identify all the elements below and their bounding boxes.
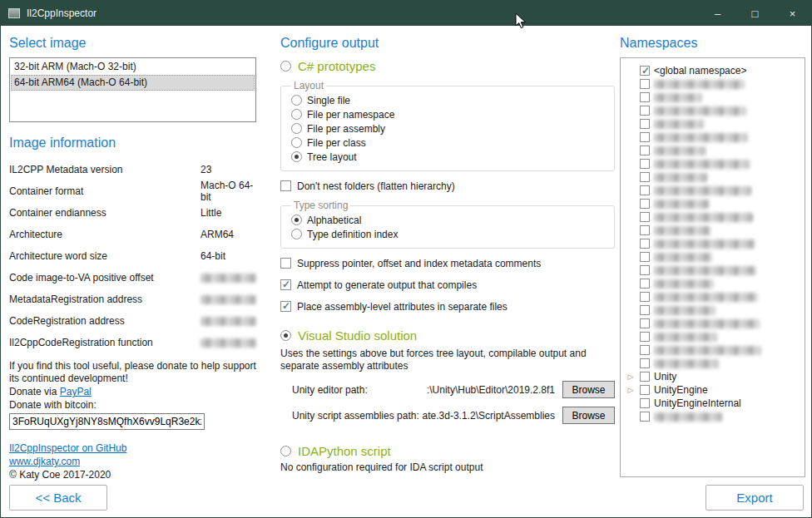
- namespace-checkbox[interactable]: [640, 279, 650, 289]
- namespace-row[interactable]: [624, 250, 801, 264]
- namespace-checkbox[interactable]: [640, 106, 650, 116]
- namespace-row[interactable]: [624, 104, 801, 117]
- namespace-row[interactable]: [624, 237, 801, 250]
- namespace-row[interactable]: [624, 330, 801, 343]
- namespace-checkbox[interactable]: [640, 358, 650, 368]
- csharp-prototypes-radio[interactable]: [280, 61, 291, 72]
- namespace-row[interactable]: UnityEngineInternal: [624, 397, 801, 410]
- namespace-checkbox[interactable]: [640, 398, 650, 408]
- namespace-checkbox[interactable]: [640, 79, 650, 89]
- type-sorting-groupbox: Type sorting AlphabeticalType definition…: [280, 200, 615, 249]
- namespace-list[interactable]: <global namespace>▷Unity▷UnityEngineUnit…: [620, 57, 805, 477]
- namespace-row[interactable]: ▷UnityEngine: [624, 383, 801, 397]
- ida-script-option[interactable]: IDAPython script: [280, 444, 615, 458]
- namespace-row[interactable]: [624, 264, 801, 277]
- image-list-item[interactable]: 32-bit ARM (Mach-O 32-bit): [11, 59, 255, 75]
- namespace-label-redacted: [654, 160, 750, 169]
- image-info-table: IL2CPP Metadata version23Container forma…: [9, 159, 256, 353]
- namespace-row[interactable]: [624, 317, 801, 330]
- github-link[interactable]: Il2CppInspector on GitHub: [9, 442, 126, 454]
- namespace-checkbox[interactable]: [640, 159, 650, 169]
- namespace-checkbox[interactable]: [640, 239, 650, 249]
- namespace-checkbox[interactable]: [640, 212, 650, 222]
- namespace-checkbox[interactable]: [640, 332, 650, 342]
- namespace-checkbox[interactable]: [640, 412, 650, 422]
- namespace-row[interactable]: [624, 343, 801, 357]
- namespace-row[interactable]: [624, 290, 801, 303]
- namespace-checkbox[interactable]: [640, 92, 650, 102]
- namespace-checkbox[interactable]: [640, 172, 650, 182]
- namespace-row[interactable]: ▷Unity: [624, 370, 801, 383]
- namespace-row[interactable]: [624, 91, 801, 104]
- sorting-option[interactable]: Type definition index: [291, 227, 606, 241]
- browse-editor-button[interactable]: Browse: [562, 381, 615, 398]
- option-label: Attempt to generate output that compiles: [297, 279, 477, 291]
- namespace-checkbox[interactable]: [640, 185, 650, 195]
- namespace-checkbox[interactable]: [640, 265, 650, 275]
- namespace-checkbox[interactable]: [640, 318, 650, 328]
- namespace-row[interactable]: [624, 117, 801, 131]
- layout-option[interactable]: Tree layout: [291, 150, 606, 164]
- image-list-item[interactable]: 64-bit ARM64 (Mach-O 64-bit): [11, 75, 255, 91]
- namespace-checkbox[interactable]: [640, 199, 650, 209]
- layout-option[interactable]: File per namespace: [291, 107, 606, 121]
- namespace-row[interactable]: [624, 357, 801, 370]
- vs-solution-option[interactable]: Visual Studio solution: [280, 328, 615, 343]
- back-button[interactable]: << Back: [9, 485, 107, 511]
- namespace-row[interactable]: [624, 210, 801, 224]
- namespace-row[interactable]: [624, 410, 801, 423]
- output-option-checkbox[interactable]: Suppress pointer, offset and index metad…: [280, 256, 615, 270]
- namespace-label: UnityEngine: [654, 384, 708, 396]
- namespace-checkbox[interactable]: [640, 305, 650, 315]
- layout-option[interactable]: Single file: [291, 93, 606, 107]
- layout-option[interactable]: File per assembly: [291, 121, 606, 136]
- unity-editor-path-value[interactable]: :\Unity\Hub\Editor\2019.2.8f1: [368, 384, 555, 396]
- namespace-checkbox[interactable]: [640, 225, 650, 235]
- namespace-row[interactable]: [624, 224, 801, 237]
- close-button[interactable]: ×: [774, 1, 811, 26]
- flatten-checkbox-row[interactable]: Don't nest folders (flatten hierarchy): [280, 179, 615, 193]
- namespace-checkbox[interactable]: [640, 345, 650, 355]
- namespace-row[interactable]: [624, 197, 801, 210]
- main-content: Select image 32-bit ARM (Mach-O 32-bit)6…: [1, 26, 811, 517]
- namespace-row[interactable]: [624, 131, 801, 144]
- namespace-checkbox[interactable]: [640, 385, 650, 395]
- namespace-row[interactable]: [624, 184, 801, 197]
- expander-icon[interactable]: ▷: [626, 370, 636, 383]
- namespace-checkbox[interactable]: [640, 66, 650, 76]
- namespace-checkbox[interactable]: [640, 292, 650, 302]
- namespace-row[interactable]: [624, 157, 801, 170]
- bitcoin-address-input[interactable]: [9, 413, 205, 430]
- unity-assemblies-path-value[interactable]: ate.3d-3.1.2\ScriptAssemblies: [419, 410, 555, 422]
- csharp-prototypes-option[interactable]: C# prototypes: [280, 59, 615, 73]
- ida-script-radio[interactable]: [280, 446, 291, 456]
- info-value: Little: [201, 207, 221, 219]
- namespace-checkbox[interactable]: [640, 372, 650, 382]
- paypal-link[interactable]: PayPal: [60, 386, 92, 397]
- namespace-row[interactable]: [624, 303, 801, 317]
- namespace-row[interactable]: <global namespace>: [624, 64, 801, 77]
- sorting-option[interactable]: Alphabetical: [291, 213, 606, 227]
- namespace-checkbox[interactable]: [640, 146, 650, 155]
- namespace-checkbox[interactable]: [640, 252, 650, 262]
- unity-editor-path-row: Unity editor path: :\Unity\Hub\Editor\20…: [292, 381, 615, 398]
- browse-assemblies-button[interactable]: Browse: [562, 407, 615, 424]
- expander-icon[interactable]: ▷: [626, 383, 636, 397]
- image-list[interactable]: 32-bit ARM (Mach-O 32-bit)64-bit ARM64 (…: [9, 57, 256, 122]
- vs-solution-radio[interactable]: [280, 330, 291, 341]
- namespace-checkbox[interactable]: [640, 132, 650, 142]
- namespace-row[interactable]: [624, 277, 801, 290]
- maximize-button[interactable]: □: [736, 1, 774, 26]
- flatten-checkbox[interactable]: [280, 180, 291, 191]
- namespace-row[interactable]: [624, 170, 801, 184]
- namespace-checkbox[interactable]: [640, 119, 650, 129]
- output-option-checkbox[interactable]: Place assembly-level attributes in separ…: [280, 299, 615, 313]
- output-option-checkbox[interactable]: Attempt to generate output that compiles: [280, 278, 615, 292]
- namespace-row[interactable]: [624, 77, 801, 91]
- website-link[interactable]: www.djkaty.com: [9, 456, 80, 467]
- unity-assemblies-path-label: Unity script assemblies path:: [292, 410, 419, 422]
- export-button[interactable]: Export: [706, 485, 804, 511]
- minimize-button[interactable]: –: [699, 1, 736, 26]
- layout-option[interactable]: File per class: [291, 136, 606, 150]
- namespace-row[interactable]: [624, 144, 801, 157]
